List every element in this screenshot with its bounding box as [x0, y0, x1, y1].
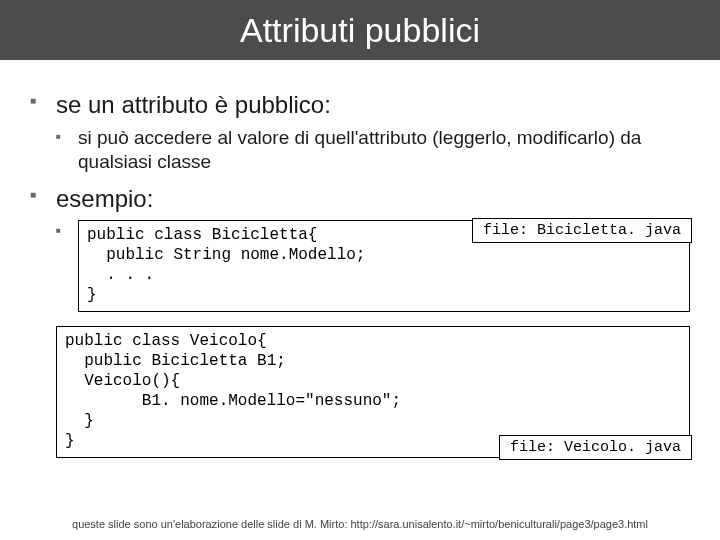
- sub-bullet-list: public class Bicicletta{ public String n…: [56, 220, 690, 458]
- bullet-text: esempio:: [56, 184, 690, 214]
- bullet-item: esempio: public class Bicicletta{ public…: [30, 184, 690, 458]
- title-bar: Attributi pubblici: [0, 0, 720, 60]
- sub-bullet-item: public class Bicicletta{ public String n…: [56, 220, 690, 458]
- bullet-list: se un attributo è pubblico: si può acced…: [30, 90, 690, 458]
- bullet-text: se un attributo è pubblico:: [56, 90, 690, 120]
- content-area: se un attributo è pubblico: si può acced…: [0, 60, 720, 458]
- sub-bullet-text: si può accedere al valore di quell'attri…: [78, 126, 690, 174]
- code-block-1-wrap: public class Bicicletta{ public String n…: [78, 220, 690, 312]
- bullet-item: se un attributo è pubblico: si può acced…: [30, 90, 690, 174]
- code-block-2-wrap: public class Veicolo{ public Bicicletta …: [56, 326, 690, 458]
- file-label-2: file: Veicolo. java: [499, 435, 692, 460]
- footer-text: queste slide sono un'elaborazione delle …: [0, 518, 720, 530]
- file-label-1: file: Bicicletta. java: [472, 218, 692, 243]
- sub-bullet-item: si può accedere al valore di quell'attri…: [56, 126, 690, 174]
- sub-bullet-list: si può accedere al valore di quell'attri…: [56, 126, 690, 174]
- slide: Attributi pubblici se un attributo è pub…: [0, 0, 720, 540]
- slide-title: Attributi pubblici: [240, 11, 480, 50]
